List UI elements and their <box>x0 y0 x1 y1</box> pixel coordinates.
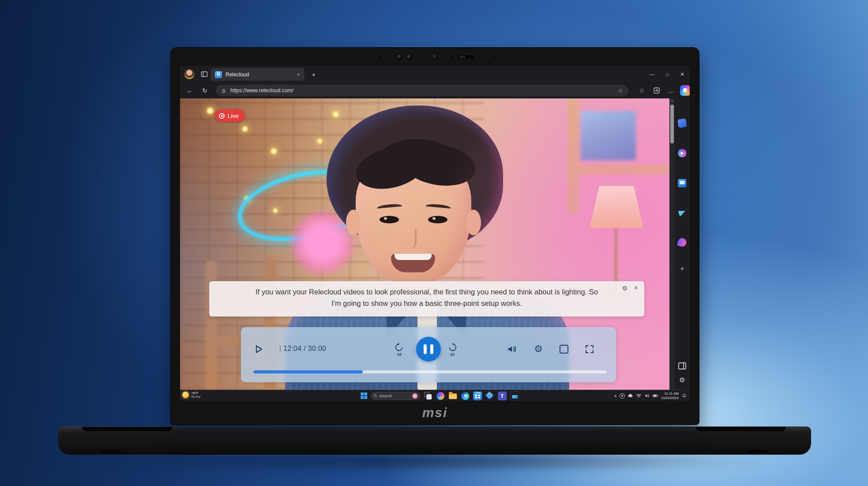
new-tab-button[interactable]: + <box>309 69 319 79</box>
presenter-ear <box>346 210 361 235</box>
image-creator-icon[interactable] <box>678 179 686 187</box>
mic-dot <box>379 56 381 58</box>
video-player[interactable]: Live If you want your Relecloud videos t… <box>180 98 669 390</box>
teams-icon[interactable]: T <box>498 392 507 400</box>
weather-condition: Sunny <box>191 395 200 399</box>
presenter-smile <box>391 254 435 272</box>
microsoft-store-icon[interactable] <box>473 392 482 400</box>
caption-close-icon[interactable]: ✕ <box>634 285 638 291</box>
settings-menu-icon[interactable]: … <box>667 87 675 94</box>
shelf-monitor <box>581 111 636 160</box>
battery-icon[interactable] <box>653 393 658 399</box>
bookshelf <box>567 165 669 174</box>
tray-security-icon[interactable] <box>620 393 625 399</box>
laptop-display: R Relecloud ✕ + — □ ✕ ← ↻ <box>180 66 690 401</box>
tab-close-icon[interactable]: ✕ <box>297 72 300 77</box>
address-bar[interactable]: https://www.relecloud.com/ ☆ <box>216 85 628 96</box>
hinge-notch-left <box>82 427 173 431</box>
tray-volume-icon[interactable] <box>644 393 650 399</box>
play-icon[interactable] <box>253 344 264 354</box>
edge-icon[interactable] <box>461 392 469 399</box>
progress-fill <box>253 370 363 373</box>
mic-dot <box>494 56 496 58</box>
onedrive-cloud-icon[interactable] <box>628 393 633 399</box>
clock-time: 11:11 AM <box>664 392 679 396</box>
fullscreen-icon[interactable] <box>584 344 595 354</box>
browser-essentials-icon[interactable] <box>653 87 661 94</box>
system-tray: ∧ 11:11 AM 10/22/2024 <box>614 390 687 401</box>
maximize-button[interactable]: □ <box>660 66 675 83</box>
presenter-bangs <box>380 139 455 177</box>
windows-taskbar: 78°F Sunny Search <box>180 390 690 401</box>
tab-title: Relecloud <box>225 72 293 78</box>
taskbar-clock[interactable]: 11:11 AM 10/22/2024 <box>661 392 679 400</box>
webcam-module <box>171 53 699 60</box>
skip-forward-10-button[interactable]: 10 <box>446 342 458 356</box>
pause-button[interactable] <box>416 337 441 362</box>
caption-settings-icon[interactable]: ⚙ <box>622 285 628 292</box>
sidebar-settings-icon[interactable]: ⚙ <box>677 375 688 385</box>
back-button[interactable]: ← <box>185 86 194 95</box>
progress-bar[interactable] <box>253 370 606 373</box>
edge-sidebar: + ⚙ <box>675 98 690 390</box>
presenter-eye <box>428 216 447 223</box>
drop-icon[interactable] <box>678 208 687 217</box>
file-explorer-icon[interactable] <box>448 392 457 400</box>
sidebar-add-icon[interactable]: + <box>677 264 688 274</box>
webcam-lens <box>397 54 402 60</box>
bookmark-star-icon[interactable]: ☆ <box>618 87 623 94</box>
page-scrollbar[interactable]: ▲ <box>669 98 675 390</box>
favorites-icon[interactable]: ☆ <box>638 87 646 94</box>
media-app-icon[interactable] <box>510 392 519 400</box>
wood-ladder <box>206 261 217 390</box>
string-light <box>207 107 214 114</box>
sidebar-toggle-icon[interactable] <box>677 361 688 371</box>
taskbar-search[interactable]: Search <box>371 392 420 400</box>
volume-icon[interactable] <box>507 344 517 354</box>
wifi-icon[interactable] <box>636 393 642 399</box>
skip-back-10-button[interactable]: 10 <box>393 342 406 356</box>
weather-widget[interactable]: 78°F Sunny <box>182 391 200 399</box>
sun-icon <box>182 392 189 398</box>
live-dot-icon <box>219 113 225 119</box>
tab-actions-icon[interactable] <box>200 70 208 78</box>
time-cursor <box>280 346 281 353</box>
games-icon[interactable] <box>678 149 686 157</box>
window-controls: — □ ✕ <box>645 66 690 83</box>
miniplayer-icon[interactable] <box>560 345 568 354</box>
lock-icon <box>221 87 226 94</box>
caption-panel: If you want your Relecloud videos to loo… <box>209 281 644 316</box>
presenter-nose <box>408 229 417 249</box>
hinge-notch-right <box>696 427 786 431</box>
task-view-icon[interactable] <box>424 392 432 400</box>
caption-text: If you want your Relecloud videos to loo… <box>253 286 600 309</box>
refresh-button[interactable]: ↻ <box>200 86 209 95</box>
laptop-foot-right <box>748 450 768 453</box>
browser-tab-relecloud[interactable]: R Relecloud ✕ <box>210 68 304 81</box>
notification-bell-icon[interactable] <box>681 393 687 399</box>
m365-icon[interactable] <box>677 237 688 248</box>
player-settings-icon[interactable]: ⚙ <box>533 344 544 354</box>
scrollbar-thumb[interactable] <box>670 105 674 143</box>
mic-dot <box>451 56 453 58</box>
shopping-icon[interactable] <box>677 118 687 128</box>
tray-chevron-icon[interactable]: ∧ <box>614 394 617 398</box>
close-button[interactable]: ✕ <box>675 66 690 83</box>
search-icon <box>373 394 377 398</box>
dev-home-icon[interactable] <box>485 392 494 400</box>
string-light <box>332 111 339 118</box>
laptop-screen-bezel: R Relecloud ✕ + — □ ✕ ← ↻ <box>170 47 699 425</box>
relecloud-favicon: R <box>215 71 222 78</box>
live-badge: Live <box>215 109 245 122</box>
browser-tab-strip: R Relecloud ✕ + — □ ✕ <box>180 66 690 83</box>
webcam-camera <box>433 55 437 59</box>
profile-avatar[interactable] <box>184 69 195 79</box>
taskbar-copilot-icon[interactable] <box>436 392 444 400</box>
copilot-icon[interactable] <box>680 85 690 96</box>
minimize-button[interactable]: — <box>645 66 660 83</box>
scroll-up-arrow[interactable]: ▲ <box>669 99 675 102</box>
laptop-base <box>58 426 811 455</box>
start-button[interactable] <box>361 392 367 399</box>
browser-content: Live If you want your Relecloud videos t… <box>180 98 690 390</box>
webcam-lens <box>406 54 412 60</box>
